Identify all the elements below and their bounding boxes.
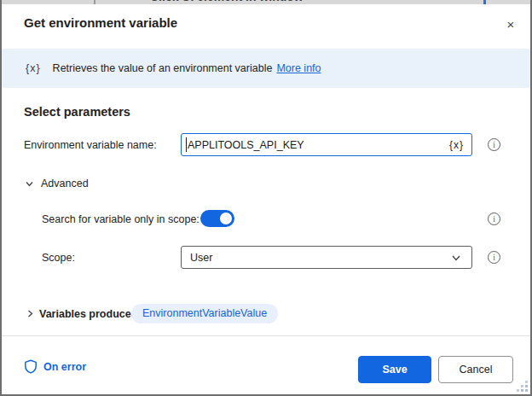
chevron-down-icon[interactable] <box>25 179 34 189</box>
toggle-knob <box>220 213 232 224</box>
close-icon[interactable]: × <box>500 13 522 35</box>
description-text: Retrieves the value of an environment va… <box>53 62 273 74</box>
variable-picker-icon[interactable]: {x} <box>449 139 464 151</box>
fx-icon: {x} <box>26 62 41 74</box>
footer-divider <box>2 335 530 336</box>
variables-produced-expander[interactable]: Variables produced <box>39 308 137 320</box>
more-info-link[interactable]: More info <box>276 62 321 74</box>
search-in-scope-label: Search for variable only in scope: <box>42 213 200 225</box>
info-icon[interactable]: i <box>488 251 500 264</box>
get-environment-variable-dialog: Get environment variable × {x} Retrieves… <box>2 4 530 394</box>
scope-label: Scope: <box>42 252 75 264</box>
on-error-link[interactable]: On error <box>24 359 86 374</box>
background-clipped-text: Click UI element in window <box>150 0 304 3</box>
env-var-name-value: APPLITOOLS_API_KEY <box>188 139 304 151</box>
scope-selected-value: User <box>190 252 212 264</box>
description-banner: {x} Retrieves the value of an environmen… <box>2 49 530 88</box>
info-icon[interactable]: i <box>488 213 500 225</box>
info-icon[interactable]: i <box>488 138 500 151</box>
text-cursor <box>186 137 187 152</box>
screen: Click UI element in window Get environme… <box>0 0 532 396</box>
search-in-scope-toggle[interactable] <box>200 210 234 227</box>
dialog-title: Get environment variable <box>24 15 177 30</box>
cancel-button[interactable]: Cancel <box>438 356 513 383</box>
scope-dropdown[interactable]: User <box>181 246 472 269</box>
produced-variable-badge[interactable]: EnvironmentVariableValue <box>131 304 278 323</box>
chevron-down-icon <box>451 253 461 263</box>
select-parameters-heading: Select parameters <box>24 105 130 119</box>
save-button[interactable]: Save <box>358 356 431 383</box>
chevron-right-icon[interactable] <box>26 309 35 318</box>
shield-icon <box>24 359 38 374</box>
on-error-label: On error <box>43 361 86 373</box>
env-var-name-label: Environment variable name: <box>24 139 157 151</box>
resize-grip[interactable] <box>525 389 528 392</box>
advanced-expander[interactable]: Advanced <box>41 178 89 189</box>
env-var-name-input[interactable]: APPLITOOLS_API_KEY {x} <box>181 133 472 156</box>
